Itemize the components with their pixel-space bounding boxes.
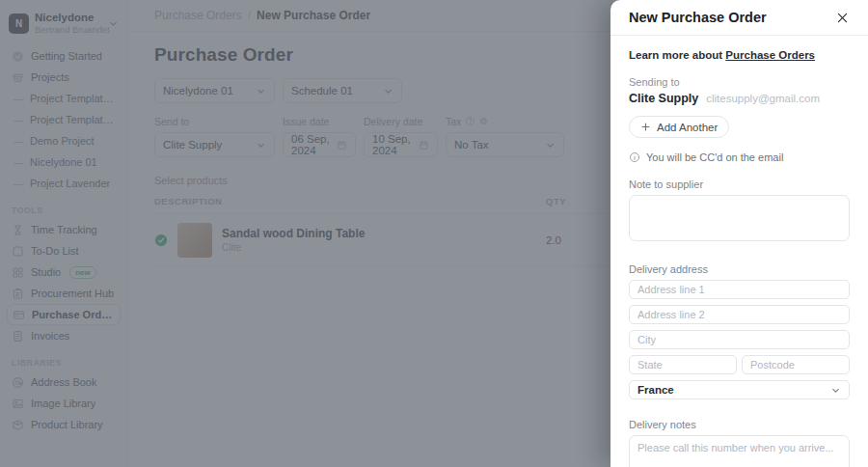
city-input[interactable]	[629, 330, 850, 349]
new-purchase-order-modal: New Purchase Order Learn more about Purc…	[610, 0, 868, 467]
add-another-button[interactable]: Add Another	[629, 116, 729, 138]
delivery-address-label: Delivery address	[629, 263, 850, 275]
country-select[interactable]: France	[629, 380, 850, 399]
modal-body: Learn more about Purchase Orders Sending…	[610, 36, 868, 467]
delivery-notes-textarea[interactable]	[629, 435, 850, 467]
state-input[interactable]	[629, 355, 737, 374]
learn-more-text: Learn more about	[629, 49, 725, 61]
modal-title: New Purchase Order	[629, 10, 767, 25]
note-to-supplier-textarea[interactable]	[629, 195, 850, 241]
plus-icon	[640, 122, 651, 132]
recipient-row: Clite Supply clitesupply@gmail.com	[629, 92, 850, 105]
address-line2-input[interactable]	[629, 305, 850, 324]
app-window: N Nicelydone Bertrand Bruandet Getting S…	[0, 0, 868, 467]
recipient-email: clitesupply@gmail.com	[706, 93, 820, 104]
delivery-notes-label: Delivery notes	[629, 419, 850, 430]
modal-header: New Purchase Order	[610, 0, 868, 36]
address-line1-input[interactable]	[629, 280, 850, 299]
cc-note-text: You will be CC'd on the email	[646, 151, 783, 163]
learn-more-line: Learn more about Purchase Orders	[629, 49, 850, 61]
note-to-supplier-label: Note to supplier	[629, 179, 850, 190]
sending-to-label: Sending to	[629, 76, 850, 88]
chevron-down-icon	[830, 385, 841, 396]
purchase-orders-link[interactable]: Purchase Orders	[725, 49, 815, 61]
country-value: France	[637, 384, 674, 396]
info-circle-icon	[629, 151, 640, 163]
cc-note: You will be CC'd on the email	[629, 151, 850, 163]
close-icon[interactable]	[834, 10, 850, 25]
recipient-name: Clite Supply	[629, 92, 698, 105]
postcode-input[interactable]	[742, 355, 850, 374]
